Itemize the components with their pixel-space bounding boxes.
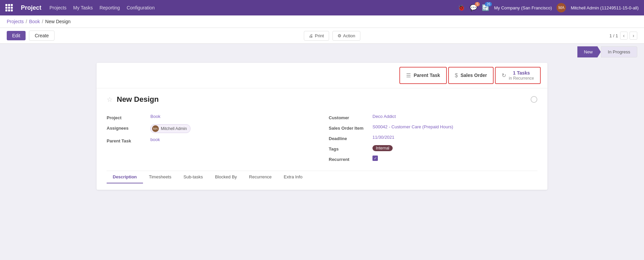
- action-label: Action: [343, 33, 355, 38]
- tab-description[interactable]: Description: [107, 171, 143, 183]
- parent-task-button[interactable]: ☰ Parent Task: [399, 67, 446, 84]
- page-indicator: 1 / 1: [609, 33, 618, 38]
- print-label: Print: [315, 33, 324, 38]
- tab-blocked-by[interactable]: Blocked By: [209, 171, 243, 183]
- deadline-label: Deadline: [329, 135, 372, 141]
- customer-value[interactable]: Deco Addict: [372, 114, 396, 119]
- task-title: New Design: [117, 95, 159, 104]
- next-page-button[interactable]: ›: [630, 32, 637, 40]
- create-button[interactable]: Create: [29, 31, 55, 41]
- print-button[interactable]: 🖨 Print: [304, 31, 329, 41]
- tab-timesheets[interactable]: Timesheets: [143, 171, 178, 183]
- status-inprogress-button[interactable]: In Progress: [601, 46, 637, 57]
- app-grid-menu[interactable]: [5, 4, 13, 11]
- sales-order-label: Sales Order: [461, 73, 487, 78]
- form-grid: Project Book Assignees MA Mitchell Admin…: [107, 112, 537, 164]
- nav-reporting[interactable]: Reporting: [100, 0, 120, 15]
- deadline-value[interactable]: 11/30/2021: [372, 135, 394, 140]
- customer-row: Customer Deco Addict: [329, 112, 537, 122]
- breadcrumb: Projects / Book / New Design: [0, 15, 644, 28]
- dollar-icon: $: [455, 73, 458, 79]
- recurrence-icon: ↻: [502, 72, 506, 79]
- assignee-avatar: MA: [152, 125, 159, 132]
- breadcrumb-book[interactable]: Book: [29, 19, 40, 24]
- action-button[interactable]: ⚙ Action: [332, 31, 360, 41]
- nav-configuration[interactable]: Configuration: [127, 0, 154, 15]
- breadcrumb-projects[interactable]: Projects: [7, 19, 24, 24]
- tags-label: Tags: [329, 145, 372, 151]
- recurrence-button[interactable]: ↻ 1 Tasks in Recurrence: [495, 67, 541, 84]
- breadcrumb-sep-1: /: [26, 19, 27, 24]
- parent-task-label: Parent Task: [414, 73, 440, 78]
- tab-extra-info[interactable]: Extra Info: [278, 171, 309, 183]
- prev-page-button[interactable]: ‹: [620, 32, 628, 40]
- sales-order-item-label: Sales Order Item: [329, 124, 372, 131]
- app-title: Project: [21, 4, 41, 11]
- tab-recurrence[interactable]: Recurrence: [243, 171, 278, 183]
- messages-icon[interactable]: 🔄 26: [482, 4, 489, 11]
- grid-icon[interactable]: [5, 4, 13, 11]
- breadcrumb-sep-2: /: [42, 19, 43, 24]
- status-bar: New In Progress: [0, 44, 644, 57]
- status-circle[interactable]: [531, 96, 537, 103]
- toolbar-center: 🖨 Print ⚙ Action: [58, 31, 606, 41]
- parent-task-text: Parent Task: [414, 73, 440, 78]
- recurrence-count: 1 Tasks: [513, 70, 530, 76]
- star-icon[interactable]: ☆: [107, 95, 113, 103]
- deadline-row: Deadline 11/30/2021: [329, 133, 537, 143]
- assignees-row: Assignees MA Mitchell Admin: [107, 122, 315, 135]
- project-row: Project Book: [107, 112, 315, 122]
- smart-buttons-bar: ☰ Parent Task $ Sales Order ↻ 1 Tasks in…: [97, 63, 547, 88]
- task-body: ☆ New Design Project Book Assignees MA: [97, 88, 547, 190]
- form-left: Project Book Assignees MA Mitchell Admin…: [107, 112, 315, 164]
- status-new-button[interactable]: New: [577, 46, 601, 57]
- company-name: My Company (San Francisco): [494, 5, 552, 10]
- nav-links: Projects My Tasks Reporting Configuratio…: [49, 0, 450, 15]
- task-card: ☰ Parent Task $ Sales Order ↻ 1 Tasks in…: [97, 63, 547, 190]
- edit-button[interactable]: Edit: [7, 31, 26, 40]
- sales-order-item-row: Sales Order Item S00042 - Customer Care …: [329, 122, 537, 133]
- tags-row: Tags Internal: [329, 143, 537, 154]
- nav-right: 🐞 💬 5 🔄 26 My Company (San Francisco) MA…: [458, 3, 639, 12]
- messages-badge: 26: [485, 2, 492, 6]
- bug-icon[interactable]: 🐞: [458, 4, 465, 11]
- toolbar: Edit Create 🖨 Print ⚙ Action 1 / 1 ‹ ›: [0, 28, 644, 44]
- top-navigation: Project Projects My Tasks Reporting Conf…: [0, 0, 644, 15]
- user-avatar[interactable]: MA: [557, 3, 566, 12]
- notifications-badge: 5: [475, 2, 480, 6]
- tags-value[interactable]: Internal: [372, 145, 393, 151]
- tabs-bar: Description Timesheets Sub-tasks Blocked…: [107, 171, 537, 183]
- project-value[interactable]: Book: [150, 114, 160, 119]
- recurrent-label: Recurrent: [329, 156, 372, 162]
- notifications-icon[interactable]: 💬 5: [470, 4, 477, 11]
- nav-my-tasks[interactable]: My Tasks: [73, 0, 93, 15]
- main-content: ☰ Parent Task $ Sales Order ↻ 1 Tasks in…: [0, 57, 644, 195]
- gear-icon: ⚙: [337, 33, 342, 38]
- recurrent-row: Recurrent ✓: [329, 154, 537, 164]
- breadcrumb-current: New Design: [45, 19, 70, 24]
- recurrence-sub-label: in Recurrence: [509, 76, 534, 81]
- form-right: Customer Deco Addict Sales Order Item S0…: [329, 112, 537, 164]
- sales-order-button[interactable]: $ Sales Order: [448, 67, 494, 84]
- project-label: Project: [107, 114, 150, 120]
- sales-order-item-value[interactable]: S00042 - Customer Care (Prepaid Hours): [372, 124, 453, 129]
- tab-sub-tasks[interactable]: Sub-tasks: [177, 171, 209, 183]
- toolbar-right: 1 / 1 ‹ ›: [609, 32, 637, 40]
- nav-projects[interactable]: Projects: [49, 0, 67, 15]
- assignee-chip[interactable]: MA Mitchell Admin: [150, 124, 190, 133]
- task-header: ☆ New Design: [107, 95, 537, 104]
- recurrence-text: 1 Tasks in Recurrence: [509, 70, 534, 81]
- parent-task-row: Parent Task book: [107, 135, 315, 145]
- customer-label: Customer: [329, 114, 372, 120]
- recurrent-checkbox[interactable]: ✓: [372, 156, 378, 161]
- parent-task-field-label: Parent Task: [107, 137, 150, 143]
- assignees-label: Assignees: [107, 124, 150, 131]
- parent-task-icon: ☰: [406, 72, 411, 79]
- parent-task-field-value[interactable]: book: [150, 137, 160, 142]
- sales-order-text: Sales Order: [461, 73, 487, 78]
- user-name: Mitchell Admin (11249511-15-0-all): [571, 5, 639, 10]
- print-icon: 🖨: [309, 33, 313, 38]
- assignee-name: Mitchell Admin: [161, 126, 187, 131]
